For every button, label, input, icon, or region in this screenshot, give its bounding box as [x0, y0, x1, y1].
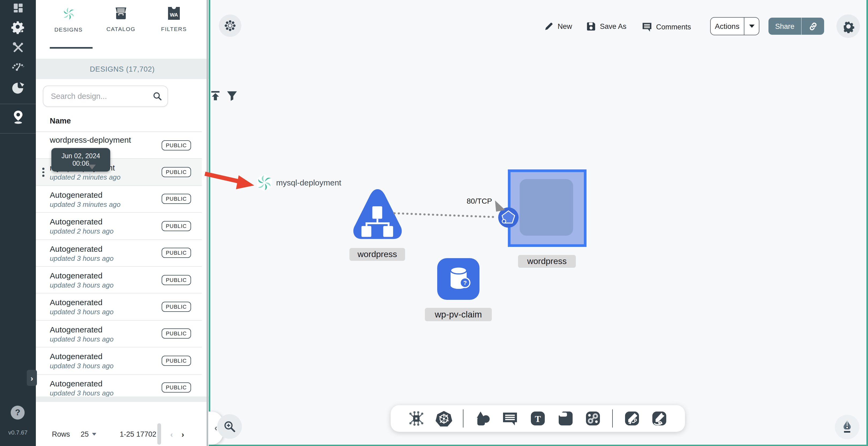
dashboard-icon[interactable]	[0, 2, 36, 14]
design-row[interactable]: Autogeneratedupdated 3 minutes agoPUBLIC	[36, 186, 202, 213]
visibility-badge: PUBLIC	[162, 356, 191, 366]
chevron-right-icon: ›	[31, 373, 33, 382]
design-name: Autogenerated	[50, 298, 102, 307]
zoom-in-button[interactable]	[217, 414, 242, 439]
panel-gap-strip	[36, 397, 209, 402]
design-mode-pen-button[interactable]	[835, 415, 860, 439]
text-icon[interactable]: T	[529, 410, 547, 427]
design-updated: updated 3 hours ago	[50, 335, 114, 343]
performance-speedometer-icon[interactable]	[0, 59, 36, 73]
design-row[interactable]: Autogeneratedupdated 3 hours agoPUBLIC	[36, 347, 202, 374]
kubernetes-icon[interactable]	[435, 410, 452, 427]
rows-per-page-select[interactable]: 25	[81, 430, 96, 438]
visibility-badge: PUBLIC	[162, 275, 191, 285]
design-name: Autogenerated	[50, 217, 102, 226]
database-cylinder-icon: ?	[446, 265, 471, 293]
component-circuit-icon[interactable]	[407, 410, 425, 427]
pen-arrow-icon[interactable]	[623, 410, 641, 427]
rail-divider	[0, 104, 36, 104]
service-square-node[interactable]	[508, 169, 587, 247]
prev-page-button[interactable]: ‹	[170, 430, 173, 439]
share-button[interactable]: Share	[769, 18, 824, 35]
design-list: wordpress-deploymentPUBLICmysql-deployme…	[36, 132, 202, 397]
rows-per-page-label: Rows	[52, 430, 70, 438]
visibility-badge: PUBLIC	[162, 167, 191, 177]
search-box[interactable]	[43, 85, 168, 107]
service-port-badge[interactable]	[498, 207, 519, 228]
tab-designs-label: DESIGNS	[44, 26, 93, 33]
next-page-button[interactable]: ›	[181, 430, 184, 439]
new-button[interactable]: New	[544, 22, 572, 32]
toolbar-divider	[612, 409, 613, 427]
link-icon[interactable]	[584, 410, 601, 427]
extensions-doughnut-icon[interactable]	[0, 81, 36, 96]
design-name: Autogenerated	[50, 352, 102, 361]
note-icon[interactable]	[557, 410, 574, 427]
copy-link-button[interactable]	[802, 21, 824, 31]
tooltip-arrow	[88, 165, 96, 169]
pencil-scribble-icon[interactable]	[651, 410, 668, 427]
svg-text:?: ?	[463, 279, 467, 286]
link-icon	[808, 21, 818, 31]
pvc-squircle-node[interactable]: ?	[437, 258, 479, 300]
filter-funnel-icon[interactable]	[226, 90, 238, 104]
kanvas-pin-icon[interactable]	[0, 109, 36, 125]
settings-button[interactable]	[836, 14, 860, 38]
tab-designs[interactable]: DESIGNS	[44, 6, 93, 33]
search-input[interactable]	[50, 92, 153, 101]
tab-catalog[interactable]: CATALOG	[97, 6, 145, 32]
design-row[interactable]: Autogeneratedupdated 3 hours agoPUBLIC	[36, 374, 202, 397]
toolbar-divider	[463, 409, 463, 427]
design-updated: updated 3 hours ago	[50, 254, 114, 262]
help-button[interactable]: ?	[11, 406, 25, 419]
comments-button[interactable]: Comments	[642, 22, 691, 32]
design-name: Autogenerated	[50, 190, 102, 199]
meshery-design-icon[interactable]	[255, 174, 274, 192]
gear-icon	[841, 20, 855, 33]
dragged-design-label: mysql-deployment	[276, 178, 341, 187]
node-label-wordpress-deployment: wordpress	[349, 248, 405, 261]
design-updated: updated 2 hours ago	[50, 227, 114, 235]
design-name: Autogenerated	[50, 379, 102, 388]
design-row[interactable]: Autogeneratedupdated 3 hours agoPUBLIC	[36, 294, 202, 321]
question-mark-icon: ?	[15, 408, 20, 417]
pagination-range: 1-25 17702	[120, 430, 157, 438]
design-row[interactable]: Autogeneratedupdated 3 hours agoPUBLIC	[36, 267, 202, 294]
search-icon[interactable]	[153, 92, 162, 101]
tab-filters[interactable]: WA FILTERS	[150, 6, 198, 32]
shapes-icon[interactable]	[474, 410, 491, 427]
design-row[interactable]: Autogeneratedupdated 3 hours agoPUBLIC	[36, 320, 202, 347]
configuration-tools-icon[interactable]	[0, 41, 36, 55]
panel-scrollbar-track[interactable]	[207, 0, 208, 446]
save-as-label: Save As	[600, 23, 626, 31]
wasm-filter-icon: WA	[167, 6, 180, 20]
comment-icon[interactable]	[502, 410, 519, 427]
upload-icon[interactable]	[210, 90, 221, 104]
design-row[interactable]: Autogeneratedupdated 2 hours agoPUBLIC	[36, 213, 202, 240]
node-label-wp-pv-claim: wp-pv-claim	[425, 308, 492, 321]
square-node-inner	[520, 179, 573, 236]
catalog-archive-icon	[114, 6, 128, 20]
design-name: Autogenerated	[50, 271, 102, 280]
svg-text:WA: WA	[170, 12, 178, 18]
lifecycle-gears-icon[interactable]	[0, 20, 36, 35]
design-row[interactable]: Autogeneratedupdated 3 hours agoPUBLIC	[36, 240, 202, 267]
pagination-bar: Rows 25 1-25 17702 ‹ ›	[36, 402, 209, 445]
chevron-down-icon	[749, 25, 754, 28]
panel-scrollbar-thumb[interactable]	[157, 423, 161, 445]
tab-catalog-label: CATALOG	[97, 26, 145, 32]
meshery-logo-icon	[61, 6, 76, 21]
actions-label: Actions	[711, 22, 744, 31]
designs-count-header: DESIGNS (17,702)	[36, 59, 209, 79]
pencil-icon	[544, 22, 554, 32]
updated-date-tooltip: Jun 02, 2024 00:06	[51, 148, 110, 172]
actions-button[interactable]: Actions	[710, 17, 760, 35]
deployment-triangle-node[interactable]	[351, 187, 403, 242]
magnifier-plus-icon	[223, 420, 236, 433]
comments-icon	[642, 22, 652, 32]
dot-grid-button[interactable]	[219, 14, 241, 37]
save-as-button[interactable]: Save As	[586, 22, 626, 32]
actions-dropdown-toggle[interactable]	[744, 25, 759, 28]
kebab-menu-icon[interactable]	[42, 168, 44, 177]
rail-expander-chevron[interactable]: ›	[27, 370, 37, 386]
